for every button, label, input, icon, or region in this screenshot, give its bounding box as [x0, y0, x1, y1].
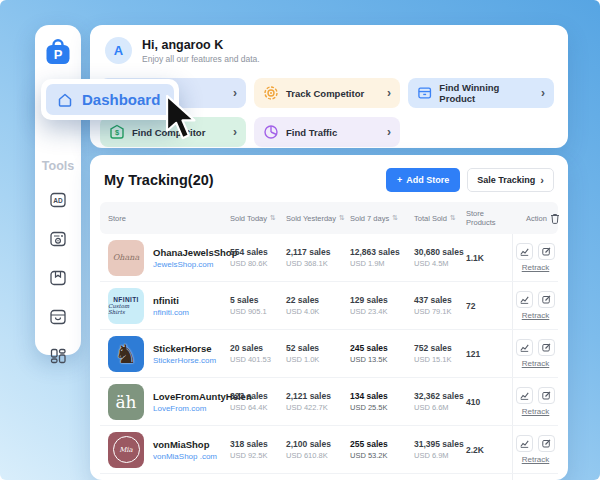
- store-cell[interactable]: NFINITI Custom Shirts nfiniti nfiniti.co…: [108, 288, 230, 324]
- greeting-header: A Hi, angaroo K Enjoy all our features a…: [90, 25, 568, 64]
- chart-icon: [520, 247, 529, 256]
- analytics-button[interactable]: [516, 435, 533, 452]
- add-store-label: Add Store: [406, 175, 449, 185]
- store-domain-link[interactable]: StickerHorse.com: [153, 356, 216, 365]
- sidebar-item-dashboard[interactable]: Dashboard: [41, 79, 179, 120]
- sale-tracking-label: Sale Tracking: [477, 175, 535, 185]
- chart-icon: [520, 343, 529, 352]
- total-sold-sales: 752 sales: [414, 343, 466, 353]
- feature-card-find-traffic[interactable]: Find Traffic ›: [254, 117, 400, 147]
- action-cell: Retrack: [512, 282, 558, 329]
- sold-7-days-usd: USD 25.5K: [350, 403, 414, 412]
- greeting-subtitle: Enjoy all our features and data.: [142, 54, 260, 64]
- add-store-button[interactable]: + Add Store: [386, 168, 460, 192]
- store-domain-link[interactable]: JewelsShop.com: [153, 260, 237, 269]
- package-icon[interactable]: [49, 269, 67, 287]
- chart-icon: [520, 391, 529, 400]
- column-header-sold-today[interactable]: Sold Today⇅: [230, 214, 286, 223]
- sold-7-days-usd: USD 53.2K: [350, 451, 414, 460]
- store-logo-label: Mia: [113, 436, 140, 463]
- tracking-table: Store Sold Today⇅ Sold Yesterday⇅ Sold 7…: [100, 202, 558, 480]
- action-cell: Retrack: [512, 474, 558, 480]
- dashboard-label: Dashboard: [82, 91, 160, 108]
- store-products-value: 1.1K: [466, 253, 512, 263]
- svg-text:AD: AD: [53, 197, 63, 204]
- edit-button[interactable]: [538, 387, 555, 404]
- cell-sold-yesterday: 2,117 sales USD 368.1K: [286, 247, 350, 268]
- svg-text:$: $: [115, 128, 120, 137]
- cell-total-sold: 32,362 sales USD 6.6M: [414, 391, 466, 412]
- store-domain-link[interactable]: vonMiaShop .com: [153, 452, 217, 461]
- total-sold-usd: USD 6.6M: [414, 403, 466, 412]
- table-row: ♞ StickerHorse StickerHorse.com 20 sales…: [100, 330, 558, 378]
- analytics-button[interactable]: [516, 387, 533, 404]
- tracking-header: My Tracking(20) + Add Store Sale Trackin…: [90, 155, 568, 202]
- column-header-action: Action: [512, 213, 568, 224]
- cell-sold-7-days: 129 sales USD 23.4K: [350, 295, 414, 316]
- edit-button[interactable]: [538, 339, 555, 356]
- product-scan-icon[interactable]: [49, 230, 67, 248]
- edit-button[interactable]: [538, 435, 555, 452]
- chevron-right-icon: ›: [541, 86, 545, 100]
- retrack-link[interactable]: Retrack: [522, 455, 550, 464]
- total-sold-usd: USD 79.1K: [414, 307, 466, 316]
- retrack-link[interactable]: Retrack: [522, 263, 550, 272]
- sold-today-usd: USD 64.4K: [230, 403, 286, 412]
- column-header-total-sold[interactable]: Total Sold⇅: [414, 214, 466, 223]
- table-row: Ohana OhanaJewelsShop JewelsShop.com 554…: [100, 234, 558, 282]
- feature-card-find-winning-product[interactable]: Find Winning Product ›: [408, 78, 554, 108]
- column-header-store[interactable]: Store: [108, 214, 230, 223]
- store-domain-link[interactable]: nfiniti.com: [153, 308, 189, 317]
- cell-sold-yesterday: 2,100 sales USD 610.8K: [286, 439, 350, 460]
- cell-store-products: 2.2K: [466, 445, 512, 455]
- edit-icon: [542, 295, 551, 304]
- trash-icon[interactable]: [550, 213, 560, 224]
- sale-tracking-button[interactable]: Sale Tracking ›: [467, 168, 554, 192]
- box-icon: [417, 85, 432, 101]
- sort-icon[interactable]: ⇅: [339, 214, 345, 222]
- avatar[interactable]: A: [105, 37, 132, 64]
- sort-icon[interactable]: ⇅: [450, 214, 456, 222]
- edit-button[interactable]: [538, 291, 555, 308]
- tracking-panel: My Tracking(20) + Add Store Sale Trackin…: [90, 155, 568, 480]
- feature-card-find-competitor[interactable]: $ Find Competitor ›: [100, 117, 246, 147]
- store-logo-label: äh: [115, 392, 136, 412]
- store-cell[interactable]: Ohana OhanaJewelsShop JewelsShop.com: [108, 240, 230, 276]
- app-logo[interactable]: P: [43, 37, 73, 67]
- analytics-button[interactable]: [516, 243, 533, 260]
- store-cell[interactable]: äh LoveFromAuntyHelen LoveFrom.com: [108, 384, 230, 420]
- feature-card-track-competitor[interactable]: Track Competitor ›: [254, 78, 400, 108]
- sidebar: P Tools AD: [35, 25, 81, 355]
- sold-7-days-usd: USD 23.4K: [350, 307, 414, 316]
- sold-today-usd: USD 905.1: [230, 307, 286, 316]
- retrack-link[interactable]: Retrack: [522, 359, 550, 368]
- edit-button[interactable]: [538, 243, 555, 260]
- sold-yesterday-usd: USD 4.0K: [286, 307, 350, 316]
- apps-grid-icon[interactable]: [49, 347, 67, 365]
- tools-section-label: Tools: [42, 159, 74, 173]
- ad-icon[interactable]: AD: [49, 191, 67, 209]
- sort-icon[interactable]: ⇅: [392, 214, 398, 222]
- sort-icon[interactable]: ⇅: [270, 214, 276, 222]
- retrack-link[interactable]: Retrack: [522, 407, 550, 416]
- cell-store-products: 1.1K: [466, 253, 512, 263]
- analytics-button[interactable]: [516, 291, 533, 308]
- storefront-icon[interactable]: [49, 308, 67, 326]
- column-header-sold-yesterday[interactable]: Sold Yesterday⇅: [286, 214, 350, 223]
- desktop-background: P Tools AD A Hi, angaroo K: [0, 0, 600, 480]
- edit-icon: [542, 343, 551, 352]
- cell-sold-today: 554 sales USD 80.6K: [230, 247, 286, 268]
- cell-sold-today: 318 sales USD 92.5K: [230, 439, 286, 460]
- total-sold-sales: 32,362 sales: [414, 391, 466, 401]
- sold-yesterday-usd: USD 368.1K: [286, 259, 350, 268]
- store-cell[interactable]: ♞ StickerHorse StickerHorse.com: [108, 336, 230, 372]
- chevron-right-icon: ›: [387, 86, 391, 100]
- table-header-row: Store Sold Today⇅ Sold Yesterday⇅ Sold 7…: [100, 202, 558, 234]
- table-row: NFINITI Custom Shirts nfiniti nfiniti.co…: [100, 282, 558, 330]
- column-header-sold-7-days[interactable]: Sold 7 days⇅: [350, 214, 414, 223]
- analytics-button[interactable]: [516, 339, 533, 356]
- store-cell[interactable]: Mia vonMiaShop vonMiaShop .com: [108, 432, 230, 468]
- retrack-link[interactable]: Retrack: [522, 311, 550, 320]
- column-header-store-products[interactable]: Store Products: [466, 209, 512, 227]
- chevron-right-icon: ›: [233, 86, 237, 100]
